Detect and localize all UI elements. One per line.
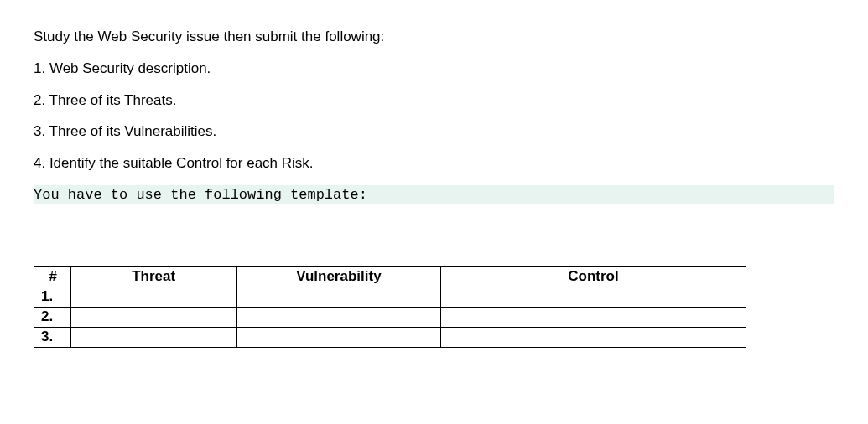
table-row: 3.	[34, 327, 746, 347]
table-row: 1.	[34, 287, 746, 307]
cell-num: 2.	[34, 307, 71, 327]
header-vulnerability: Vulnerability	[236, 266, 440, 287]
table-row: 2.	[34, 307, 746, 327]
cell-vulnerability	[236, 327, 440, 347]
cell-control	[441, 307, 746, 327]
cell-control	[441, 287, 746, 307]
cell-threat	[70, 327, 236, 347]
intro-text: Study the Web Security issue then submit…	[34, 27, 834, 47]
cell-vulnerability	[236, 287, 440, 307]
template-table: # Threat Vulnerability Control 1. 2. 3.	[34, 266, 746, 348]
cell-threat	[70, 287, 236, 307]
cell-num: 3.	[34, 327, 71, 347]
header-num: #	[34, 266, 71, 287]
cell-num: 1.	[34, 287, 71, 307]
list-item-2: 2. Three of its Threats.	[34, 90, 834, 111]
spacer	[34, 216, 834, 266]
header-threat: Threat	[70, 266, 236, 287]
list-item-1: 1. Web Security description.	[34, 59, 834, 79]
cell-vulnerability	[236, 307, 440, 327]
table-header-row: # Threat Vulnerability Control	[34, 266, 746, 287]
cell-threat	[70, 307, 236, 327]
cell-control	[441, 327, 746, 347]
list-item-4: 4. Identify the suitable Control for eac…	[34, 153, 834, 173]
list-item-3: 3. Three of its Vulnerabilities.	[34, 122, 834, 142]
template-note: You have to use the following template:	[34, 185, 834, 204]
header-control: Control	[441, 266, 746, 287]
